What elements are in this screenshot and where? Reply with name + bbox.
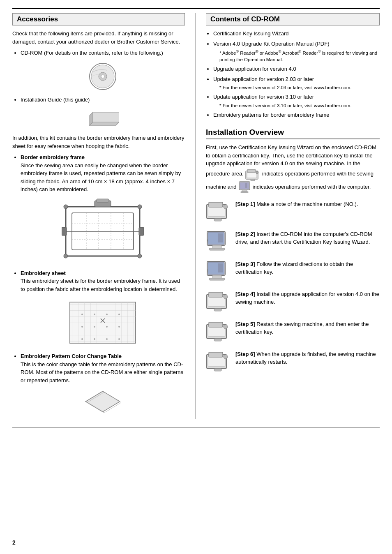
svg-point-34 bbox=[81, 338, 83, 340]
svg-marker-40 bbox=[85, 391, 120, 412]
list-item-embroidery-sheet: Embroidery sheet This embroidery sheet i… bbox=[21, 269, 185, 348]
svg-point-11 bbox=[138, 205, 142, 209]
svg-rect-49 bbox=[242, 190, 247, 192]
svg-point-3 bbox=[101, 75, 104, 78]
step-5-icon bbox=[206, 320, 231, 343]
cdrom-note-4: For the newest version of 3.10 or later,… bbox=[219, 102, 380, 109]
svg-point-36 bbox=[106, 338, 108, 340]
svg-rect-74 bbox=[214, 309, 221, 311]
svg-marker-6 bbox=[90, 122, 119, 125]
svg-rect-43 bbox=[247, 172, 257, 178]
list-item: CD-ROM (For details on the contents, ref… bbox=[21, 49, 185, 91]
svg-rect-79 bbox=[214, 339, 221, 341]
svg-point-45 bbox=[256, 171, 258, 174]
list-item-border-frame: Border embroidery frame Since the sewing… bbox=[21, 153, 185, 264]
bottom-border bbox=[12, 427, 380, 427]
cdrom-title: Contents of CD-ROM bbox=[206, 13, 380, 25]
step-5-text: [Step 5] Restart the sewing machine, and… bbox=[235, 320, 380, 336]
step-4-text: [Step 4] Install the upgrade application… bbox=[235, 290, 380, 306]
paper-icon-image bbox=[21, 389, 185, 414]
accessories-title: Accessories bbox=[12, 13, 185, 25]
svg-rect-46 bbox=[251, 179, 255, 181]
svg-point-30 bbox=[81, 326, 83, 328]
right-column: Contents of CD-ROM Certification Key Iss… bbox=[206, 13, 380, 419]
page-layout: Accessories Check that the following ite… bbox=[12, 13, 380, 419]
step-6-row: [Step 6] When the upgrade is finished, t… bbox=[206, 350, 380, 373]
cdrom-item-2: Upgrade application for version 4.0 bbox=[213, 65, 380, 73]
svg-rect-77 bbox=[209, 322, 223, 327]
svg-point-35 bbox=[94, 338, 95, 340]
step-2-icon bbox=[206, 230, 231, 253]
svg-point-28 bbox=[106, 314, 108, 315]
list-item: Installation Guide (this guide) bbox=[21, 96, 185, 129]
step-6-icon bbox=[206, 350, 231, 373]
svg-point-55 bbox=[224, 205, 228, 209]
list-item-color-table: Embroidery Pattern Color Change Table Th… bbox=[21, 352, 185, 414]
svg-point-78 bbox=[224, 325, 228, 329]
svg-rect-60 bbox=[209, 248, 225, 250]
top-border bbox=[12, 8, 380, 9]
accessories-intro: Check that the following items are provi… bbox=[12, 30, 185, 46]
svg-rect-68 bbox=[218, 263, 223, 272]
svg-rect-84 bbox=[214, 369, 221, 371]
svg-rect-23 bbox=[139, 227, 144, 235]
svg-point-83 bbox=[224, 355, 228, 359]
cdrom-list: Certification Key Issuing Wizard Version… bbox=[213, 30, 380, 119]
svg-point-73 bbox=[224, 295, 228, 299]
step-1-row: [Step 1] Make a note of the machine numb… bbox=[206, 200, 380, 223]
cdrom-item-3: Update application for version 2.03 or l… bbox=[213, 75, 380, 91]
svg-rect-56 bbox=[214, 219, 221, 221]
svg-rect-51 bbox=[245, 183, 247, 188]
svg-rect-25 bbox=[70, 302, 136, 343]
svg-rect-44 bbox=[247, 169, 256, 173]
svg-point-29 bbox=[118, 314, 120, 315]
svg-point-13 bbox=[138, 254, 142, 258]
svg-rect-61 bbox=[218, 233, 223, 242]
svg-rect-22 bbox=[62, 227, 67, 235]
cdrom-item-0: Certification Key Issuing Wizard bbox=[213, 30, 380, 38]
svg-rect-72 bbox=[209, 292, 223, 297]
cdrom-image bbox=[21, 62, 185, 91]
step-4-icon bbox=[206, 290, 231, 313]
svg-rect-66 bbox=[212, 275, 221, 278]
accessories-main-list: CD-ROM (For details on the contents, ref… bbox=[21, 49, 185, 129]
installation-overview: Installation Overview First, use the Cer… bbox=[206, 126, 380, 373]
step-1-text: [Step 1] Make a note of the machine numb… bbox=[235, 200, 380, 208]
computer-inline-icon bbox=[238, 181, 251, 194]
step-3-row: [Step 3] Follow the wizard directions to… bbox=[206, 260, 380, 283]
sheet-svg bbox=[66, 298, 140, 347]
additional-text: In addition, this kit contains the borde… bbox=[12, 134, 185, 150]
step-1-icon bbox=[206, 200, 231, 223]
paper-icon-svg bbox=[82, 389, 123, 414]
cdrom-item-4: Update application for version 3.10 or l… bbox=[213, 93, 380, 109]
page-number: 2 bbox=[12, 539, 16, 546]
cdrom-item-5: Embroidery patterns for border embroider… bbox=[213, 111, 380, 119]
svg-point-10 bbox=[64, 205, 68, 209]
cdrom-note-3: For the newest version of 2.03 or later,… bbox=[219, 84, 380, 91]
step-4-row: [Step 4] Install the upgrade application… bbox=[206, 290, 380, 313]
steps-area: [Step 1] Make a note of the machine numb… bbox=[206, 200, 380, 373]
border-frame-image bbox=[21, 199, 185, 264]
svg-rect-59 bbox=[212, 245, 221, 248]
svg-rect-48 bbox=[240, 182, 249, 189]
step-2-row: [Step 2] Insert the CD-ROM into the comp… bbox=[206, 230, 380, 253]
svg-point-27 bbox=[94, 314, 95, 315]
svg-point-37 bbox=[118, 338, 120, 340]
accessories-sub-list: Border embroidery frame Since the sewing… bbox=[21, 153, 185, 414]
cdrom-note-1: Adobe® Reader® or Adobe® Acrobat® Reader… bbox=[219, 49, 380, 63]
embroidery-sheet-image bbox=[21, 298, 185, 347]
column-divider bbox=[195, 13, 196, 419]
installation-description: First, use the Certification Key Issuing… bbox=[206, 143, 380, 194]
machine-inline-icon bbox=[245, 168, 261, 181]
svg-point-32 bbox=[106, 326, 108, 328]
step-3-text: [Step 3] Follow the wizard directions to… bbox=[235, 260, 380, 276]
step-5-row: [Step 5] Restart the sewing machine, and… bbox=[206, 320, 380, 343]
svg-rect-50 bbox=[241, 192, 248, 193]
frame-svg bbox=[62, 199, 144, 264]
cdrom-item-1: Version 4.0 Upgrade Kit Operation Manual… bbox=[213, 40, 380, 63]
cd-icon bbox=[88, 62, 117, 91]
step-2-text: [Step 2] Insert the CD-ROM into the comp… bbox=[235, 230, 380, 246]
svg-point-26 bbox=[81, 314, 83, 315]
svg-point-12 bbox=[64, 254, 68, 258]
installation-title: Installation Overview bbox=[206, 126, 380, 139]
